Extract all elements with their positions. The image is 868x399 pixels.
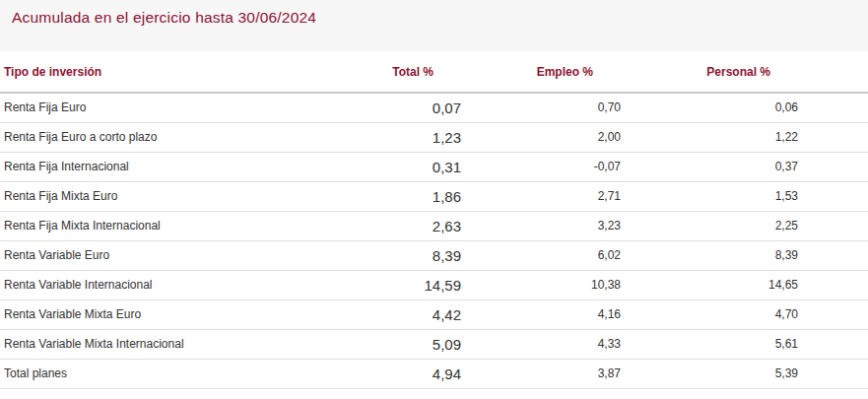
cell-empleo-pct: 3,23: [463, 211, 623, 240]
cell-empleo-pct: 3,87: [463, 359, 623, 388]
table-row: Renta Fija Internacional 0,31 -0,07 0,37: [0, 152, 868, 181]
table-row: Renta Variable Internacional 14,59 10,38…: [0, 270, 868, 299]
cell-total-pct: 4,42: [384, 299, 463, 329]
cell-personal-pct: 4,70: [623, 299, 800, 329]
column-header-filler: [800, 51, 868, 93]
table-row: Renta Fija Euro 0,07 0,70 0,06: [0, 93, 868, 122]
column-header-total: Total %: [384, 51, 463, 93]
table-row: Renta Fija Euro a corto plazo 1,23 2,00 …: [0, 122, 868, 152]
cell-total-pct: 0,31: [384, 152, 463, 181]
cell-filler: [800, 122, 868, 152]
cell-total-pct: 8,39: [384, 240, 463, 270]
cell-personal-pct: 2,25: [623, 211, 800, 240]
cell-tipo-de-inversion: Renta Fija Mixta Internacional: [0, 211, 384, 240]
table-body: Renta Fija Euro 0,07 0,70 0,06 Renta Fij…: [0, 93, 868, 388]
page-title: Acumulada en el ejercicio hasta 30/06/20…: [12, 9, 868, 27]
cell-tipo-de-inversion: Renta Variable Mixta Internacional: [0, 329, 384, 359]
cell-total-pct: 1,23: [384, 122, 463, 152]
cell-tipo-de-inversion: Renta Variable Euro: [0, 240, 384, 270]
cell-tipo-de-inversion: Renta Fija Mixta Euro: [0, 181, 384, 211]
cell-filler: [800, 240, 868, 270]
table-row: Total planes 4,94 3,87 5,39: [0, 359, 868, 388]
cell-filler: [800, 211, 868, 240]
cell-personal-pct: 1,22: [623, 122, 800, 152]
cell-empleo-pct: 0,70: [463, 93, 623, 122]
cell-personal-pct: 0,37: [623, 152, 800, 181]
table-row: Renta Variable Euro 8,39 6,02 8,39: [0, 240, 868, 270]
cell-empleo-pct: 4,16: [463, 299, 623, 329]
column-header-tipo-de-inversion: Tipo de inversión: [0, 51, 384, 93]
cell-tipo-de-inversion: Renta Fija Euro: [0, 93, 384, 122]
table-header-row: Tipo de inversión Total % Empleo % Perso…: [0, 51, 868, 93]
cell-empleo-pct: 10,38: [463, 270, 623, 299]
cell-filler: [800, 359, 868, 388]
cell-filler: [800, 152, 868, 181]
returns-table: Tipo de inversión Total % Empleo % Perso…: [0, 51, 868, 389]
cell-personal-pct: 5,61: [623, 329, 800, 359]
cell-tipo-de-inversion: Renta Variable Mixta Euro: [0, 299, 384, 329]
table-row: Renta Variable Mixta Euro 4,42 4,16 4,70: [0, 299, 868, 329]
cell-total-pct: 4,94: [384, 359, 463, 388]
cell-tipo-de-inversion: Renta Fija Internacional: [0, 152, 384, 181]
cell-tipo-de-inversion: Renta Fija Euro a corto plazo: [0, 122, 384, 152]
cell-filler: [800, 270, 868, 299]
cell-empleo-pct: 6,02: [463, 240, 623, 270]
cell-total-pct: 0,07: [384, 93, 463, 122]
cell-total-pct: 14,59: [384, 270, 463, 299]
returns-panel: Acumulada en el ejercicio hasta 30/06/20…: [0, 0, 868, 399]
column-header-personal: Personal %: [623, 51, 800, 93]
cell-tipo-de-inversion: Renta Variable Internacional: [0, 270, 384, 299]
table-row: Renta Fija Mixta Internacional 2,63 3,23…: [0, 211, 868, 240]
cell-filler: [800, 181, 868, 211]
cell-total-pct: 1,86: [384, 181, 463, 211]
cell-empleo-pct: 4,33: [463, 329, 623, 359]
cell-filler: [800, 299, 868, 329]
cell-personal-pct: 5,39: [623, 359, 800, 388]
cell-total-pct: 5,09: [384, 329, 463, 359]
title-band: Acumulada en el ejercicio hasta 30/06/20…: [0, 0, 868, 51]
cell-empleo-pct: -0,07: [463, 152, 623, 181]
cell-empleo-pct: 2,00: [463, 122, 623, 152]
cell-empleo-pct: 2,71: [463, 181, 623, 211]
cell-filler: [800, 93, 868, 122]
cell-personal-pct: 1,53: [623, 181, 800, 211]
table-row: Renta Fija Mixta Euro 1,86 2,71 1,53: [0, 181, 868, 211]
table-row: Renta Variable Mixta Internacional 5,09 …: [0, 329, 868, 359]
cell-personal-pct: 0,06: [623, 93, 800, 122]
cell-filler: [800, 329, 868, 359]
table-header: Tipo de inversión Total % Empleo % Perso…: [0, 51, 868, 93]
cell-personal-pct: 14,65: [623, 270, 800, 299]
cell-tipo-de-inversion: Total planes: [0, 359, 384, 388]
cell-personal-pct: 8,39: [623, 240, 800, 270]
cell-total-pct: 2,63: [384, 211, 463, 240]
column-header-empleo: Empleo %: [463, 51, 623, 93]
